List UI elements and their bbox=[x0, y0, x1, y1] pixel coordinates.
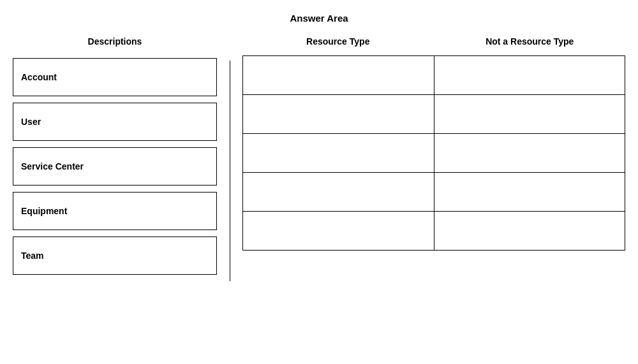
answer-cell-4-resource[interactable] bbox=[243, 173, 434, 211]
desc-item-account: Account bbox=[13, 58, 217, 96]
answer-cell-3-not-resource[interactable] bbox=[434, 134, 625, 172]
answer-cell-5-resource[interactable] bbox=[243, 212, 434, 250]
answer-row-2 bbox=[243, 95, 625, 134]
desc-item-service-center: Service Center bbox=[13, 147, 217, 186]
answer-row-1 bbox=[243, 56, 625, 95]
answer-cell-3-resource[interactable] bbox=[243, 134, 434, 172]
descriptions-header: Descriptions bbox=[13, 36, 217, 49]
answer-cell-4-not-resource[interactable] bbox=[434, 173, 625, 211]
answer-rows bbox=[242, 55, 625, 251]
answer-section: Resource Type Not a Resource Type bbox=[242, 36, 625, 281]
answer-cell-2-resource[interactable] bbox=[243, 95, 434, 133]
answer-row-5 bbox=[243, 212, 625, 251]
page-title: Answer Area bbox=[290, 13, 348, 24]
desc-item-team: Team bbox=[13, 237, 217, 275]
answer-cell-1-resource[interactable] bbox=[243, 56, 434, 94]
desc-item-equipment: Equipment bbox=[13, 192, 217, 230]
answer-cell-2-not-resource[interactable] bbox=[434, 95, 625, 133]
desc-item-user: User bbox=[13, 103, 217, 141]
answer-headers: Resource Type Not a Resource Type bbox=[242, 36, 625, 47]
answer-cell-5-not-resource[interactable] bbox=[434, 212, 625, 250]
answer-cell-1-not-resource[interactable] bbox=[434, 56, 625, 94]
not-resource-type-header: Not a Resource Type bbox=[434, 36, 626, 47]
answer-row-3 bbox=[243, 134, 625, 173]
divider bbox=[217, 36, 242, 281]
descriptions-section: Descriptions Account User Service Center… bbox=[13, 36, 217, 281]
answer-row-4 bbox=[243, 173, 625, 212]
resource-type-header: Resource Type bbox=[242, 36, 434, 47]
